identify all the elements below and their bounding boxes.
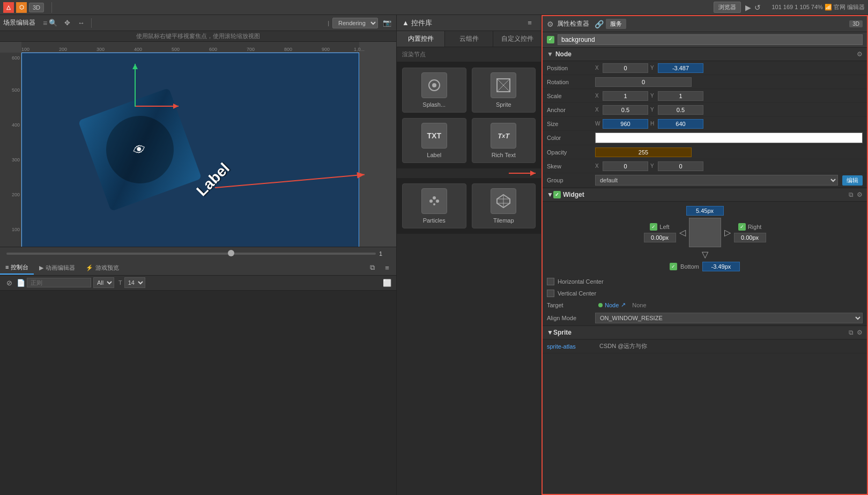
top-toolbar: △ ⬡ 3D 浏览器 ▶ ↺ 101 169 1 105 74% 📶 官网 编辑…	[0, 0, 868, 15]
node-arrow-icon: ▼	[547, 50, 553, 58]
widget-menu-icon[interactable]: ≡	[524, 17, 536, 29]
widget-item-particles[interactable]: Particles	[402, 183, 466, 228]
sprite-settings-icon[interactable]: ⚙	[857, 329, 863, 336]
more-icon[interactable]: ≡	[381, 262, 393, 274]
skew-x-coord: X	[595, 161, 648, 171]
bottom-label: Bottom	[680, 263, 699, 270]
tab-cloud[interactable]: 云组件	[445, 31, 493, 47]
left-check[interactable]: ✓	[650, 223, 657, 231]
browser-btn[interactable]: 浏览器	[714, 2, 741, 13]
console-log-btn[interactable]: 📄	[15, 277, 27, 289]
ruler-mark-7: 800	[284, 47, 292, 52]
skew-y-input[interactable]	[658, 161, 703, 171]
sprite-section-header[interactable]: ▼ Sprite ⧉ ⚙	[543, 326, 867, 339]
anchor-x-label: X	[595, 107, 602, 113]
scene-canvas-area[interactable]: 100 200 300 400 500 600 700 800 900 1,0.…	[0, 42, 396, 247]
scene-title: 场景编辑器	[3, 18, 35, 27]
node-section-header[interactable]: ▼ Node ⚙	[543, 48, 867, 61]
widget-copy-icon[interactable]: ⧉	[849, 191, 854, 198]
toolbar-sep	[91, 18, 92, 28]
right-check[interactable]: ✓	[738, 223, 746, 231]
bottom-check[interactable]: ✓	[670, 263, 677, 270]
size-w-label: W	[595, 121, 602, 127]
scene-canvas[interactable]: 👁 Label	[21, 53, 359, 247]
console-content	[0, 291, 396, 496]
opacity-input[interactable]	[595, 147, 692, 157]
h-center-checkbox[interactable]	[547, 278, 554, 285]
widget-item-splash[interactable]: Splash...	[402, 68, 466, 113]
sprite-copy-icon[interactable]: ⧉	[849, 329, 854, 336]
tilemap-icon	[491, 188, 516, 214]
align-mode-select[interactable]: ON_WINDOW_RESIZE	[595, 313, 863, 323]
tab-console[interactable]: ≡ 控制台	[0, 261, 34, 275]
left-label: Left	[659, 224, 669, 230]
align-mode-row: Align Mode ON_WINDOW_RESIZE	[543, 311, 867, 326]
expand-icon[interactable]: ⬜	[381, 277, 393, 289]
tab-animation[interactable]: ▶ 动画编辑器	[34, 262, 80, 274]
anchor-x-input[interactable]	[603, 105, 648, 115]
zoom-fit-icon[interactable]: 🔍	[47, 17, 59, 29]
tab-preview[interactable]: ⚡ 游戏预览	[80, 262, 124, 274]
widget-section-header[interactable]: ▼ ✓ Widget ⧉ ⚙	[543, 188, 867, 202]
pos-y-input[interactable]	[658, 63, 703, 73]
top-px-input[interactable]	[686, 206, 724, 216]
props-scroll[interactable]: ▼ Node ⚙ Position X Y	[543, 48, 867, 494]
pos-x-input[interactable]	[603, 63, 648, 73]
anchor-y-input[interactable]	[658, 105, 703, 115]
scene-icons: 🔍 ✥ ↔	[47, 17, 328, 29]
widget-item-tilemap[interactable]: Tilemap	[472, 183, 536, 228]
scene-hamburger[interactable]: ≡	[43, 19, 47, 27]
camera-icon[interactable]: 📷	[381, 17, 393, 29]
node-section-title: Node	[555, 50, 572, 58]
props-tab-service[interactable]: 服务	[606, 19, 626, 29]
console-font-size-select[interactable]: 14	[124, 277, 145, 288]
svg-point-1	[432, 83, 436, 87]
console-level-select[interactable]: All	[93, 277, 114, 288]
color-swatch[interactable]	[595, 132, 863, 143]
scale-x-input[interactable]	[603, 91, 648, 101]
skew-x-input[interactable]	[603, 161, 648, 171]
group-edit-btn[interactable]: 编辑	[842, 175, 863, 186]
widget-check-icon[interactable]: ✓	[553, 191, 561, 198]
copy-icon[interactable]: ⧉	[366, 262, 378, 274]
widget-panel-title: ▲ 控件库	[402, 18, 524, 28]
target-node-link[interactable]: Node ↗	[598, 301, 626, 308]
tab-custom[interactable]: 自定义控件	[493, 31, 541, 47]
console-clear-btn[interactable]: ⊘	[3, 277, 15, 289]
mode-3d-btn[interactable]: 3D	[29, 3, 44, 12]
right-px-input[interactable]	[734, 233, 766, 242]
size-h-input[interactable]	[658, 119, 703, 129]
node-name-input[interactable]	[558, 34, 863, 45]
group-dropdown[interactable]: default	[595, 175, 838, 186]
hand-tool-icon[interactable]: ✥	[61, 17, 73, 29]
bottom-px-input[interactable]	[702, 262, 740, 271]
console-filter-input[interactable]	[27, 278, 91, 287]
scale-y-input[interactable]	[658, 91, 703, 101]
richtext-label: Rich Text	[492, 152, 516, 158]
scene-scale-bar: 1	[0, 247, 396, 261]
scene-toolbar: 场景编辑器 ≡ 🔍 ✥ ↔ | Rendering 📷	[0, 15, 396, 31]
anchor-label: Anchor	[547, 107, 595, 113]
play-btn[interactable]: ▶	[745, 3, 751, 12]
refresh-btn[interactable]: ↺	[754, 3, 761, 12]
widget-item-richtext[interactable]: TxT Rich Text	[472, 118, 536, 163]
widget-settings-icon[interactable]: ⚙	[857, 191, 863, 198]
left-px-input[interactable]	[644, 233, 676, 242]
scale-label: Scale	[547, 93, 595, 99]
sprite-atlas-link[interactable]: sprite-atlas	[547, 343, 595, 350]
move-tool-icon[interactable]: ↔	[75, 17, 87, 29]
rotation-input[interactable]	[595, 77, 692, 87]
label-object: Label	[193, 160, 233, 200]
tab-builtin[interactable]: 内置控件	[397, 31, 445, 47]
v-center-checkbox[interactable]	[547, 290, 554, 297]
scale-thumb[interactable]	[228, 250, 234, 256]
console-expand[interactable]: ⬜	[381, 277, 393, 289]
node-enabled-checkbox[interactable]	[547, 36, 554, 43]
scale-slider[interactable]	[6, 253, 376, 255]
rendering-select[interactable]: Rendering	[332, 18, 378, 28]
size-w-input[interactable]	[603, 119, 648, 129]
sprite-atlas-row: sprite-atlas CSDN @远方与你	[543, 339, 867, 353]
widget-item-sprite[interactable]: Sprite	[472, 68, 536, 113]
widget-item-label[interactable]: TXT Label	[402, 118, 466, 163]
node-gear-icon[interactable]: ⚙	[857, 50, 863, 58]
